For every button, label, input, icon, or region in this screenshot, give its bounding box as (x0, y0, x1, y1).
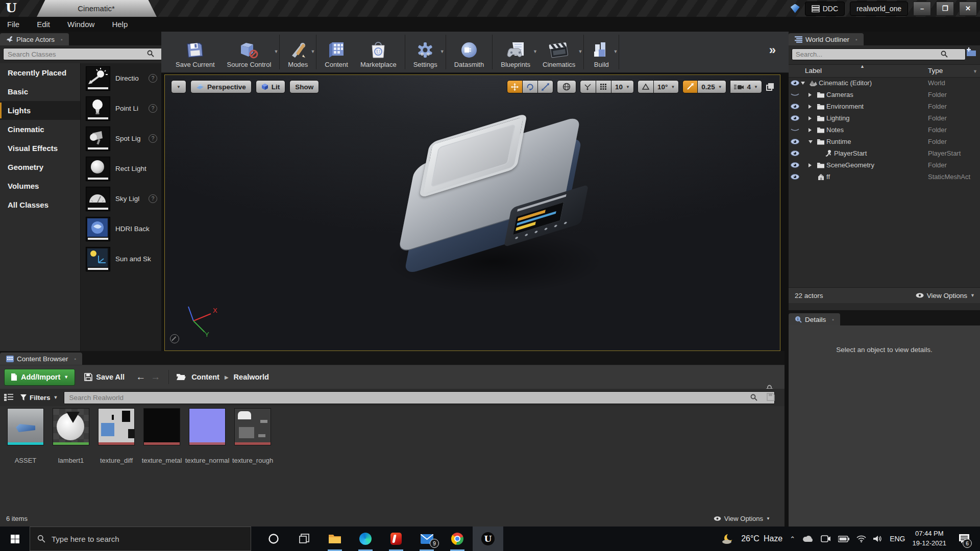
tray-expand-chevron[interactable]: ⌃ (790, 535, 795, 543)
scale-tool-button[interactable] (538, 80, 553, 93)
lit-button[interactable]: Lit (256, 80, 286, 93)
battery-icon[interactable] (838, 536, 849, 542)
chevron-down-icon[interactable]: ▼ (613, 49, 618, 54)
visibility-eye-icon[interactable] (789, 115, 801, 121)
breadcrumb-current[interactable]: Realworld (234, 373, 269, 381)
expander-arrow[interactable] (801, 82, 807, 85)
asset-tile[interactable]: ASSET (8, 408, 43, 464)
placeable-actor-item[interactable]: Sky Ligl ? (81, 184, 161, 214)
category-item[interactable]: Basic (0, 82, 80, 101)
outliner-row[interactable]: Lighting Folder (789, 112, 980, 124)
outliner-row[interactable]: Runtime Folder (789, 136, 980, 147)
toolbar-button[interactable]: U Marketplace ▼ (354, 32, 403, 72)
scale-snap-value-dropdown[interactable]: 0.25▼ (698, 80, 726, 93)
asset-tile[interactable]: lambert1 (53, 408, 89, 464)
chevron-down-icon[interactable]: ▼ (274, 49, 278, 54)
close-button[interactable]: ✕ (959, 2, 977, 16)
help-icon[interactable]: ? (149, 74, 157, 83)
asset-tile[interactable]: texture_metal (144, 408, 180, 464)
perspective-button[interactable]: Perspective (190, 80, 252, 93)
expander-arrow[interactable] (808, 105, 815, 109)
clock-widget[interactable]: 07:44 PM 19-12-2021 (913, 529, 947, 548)
toolbar-button[interactable]: Blueprints ▼ (495, 32, 536, 72)
asset-tile[interactable]: texture_normal (189, 408, 225, 464)
outliner-row[interactable]: PlayerStart PlayerStart (789, 147, 980, 159)
taskbar-search-input[interactable]: Type here to search (30, 527, 251, 551)
surface-snap-button[interactable] (580, 80, 596, 93)
menu-item[interactable]: Edit (37, 20, 50, 29)
compass-icon[interactable] (170, 334, 179, 343)
chevron-down-icon[interactable]: ▼ (578, 49, 582, 54)
toolbar-button[interactable]: Datasmith ▼ (448, 32, 491, 72)
edge-button[interactable] (350, 527, 381, 551)
expander-arrow[interactable] (808, 128, 815, 132)
back-arrow-button[interactable]: ← (136, 371, 145, 383)
type-column-header[interactable]: Type (928, 67, 943, 74)
visibility-eye-icon[interactable] (789, 104, 801, 109)
world-outliner-tab[interactable]: World Outliner▪ (789, 33, 864, 45)
add-import-button[interactable]: Add/Import▼ (4, 369, 75, 386)
toolbar-button[interactable]: Build ▼ (586, 32, 617, 72)
category-item[interactable]: Recently Placed (0, 63, 80, 82)
outliner-row[interactable]: Cameras Folder (789, 89, 980, 101)
toolbar-button[interactable]: Content ▼ (318, 32, 354, 72)
maximize-viewport-icon[interactable] (766, 82, 775, 91)
notification-center-button[interactable]: 6 (953, 527, 975, 551)
sources-panel-icon[interactable] (4, 393, 13, 402)
placeable-actor-item[interactable]: Spot Lig ? (81, 123, 161, 154)
viewport[interactable]: ▼ Perspective Lit Show (164, 74, 780, 351)
toolbar-button[interactable]: Source Control ▼ (221, 32, 278, 72)
help-icon[interactable]: ? (149, 104, 157, 113)
visibility-eye-icon[interactable] (789, 174, 801, 180)
help-icon[interactable]: ? (149, 134, 157, 143)
content-browser-tab[interactable]: Content Browser▪ (0, 353, 82, 365)
show-button[interactable]: Show (289, 80, 319, 93)
category-item[interactable]: Geometry (0, 158, 80, 177)
category-item[interactable]: All Classes (0, 195, 80, 214)
outliner-row[interactable]: SceneGeometry Folder (789, 159, 980, 171)
weather-widget[interactable]: 26°C Haze (722, 533, 782, 544)
visibility-eye-icon[interactable] (789, 162, 801, 168)
3d-scale-device-model[interactable] (369, 106, 614, 310)
category-item[interactable]: Visual Effects (0, 139, 80, 158)
toolbar-button[interactable]: Save Current ▼ (169, 32, 221, 72)
breadcrumb-root[interactable]: Content (191, 373, 219, 381)
save-all-button[interactable]: Save All (84, 373, 125, 381)
world-coordinate-button[interactable] (557, 80, 576, 93)
menu-item[interactable]: Window (67, 20, 94, 29)
placeable-actor-item[interactable]: Sun and Sk ? (81, 244, 161, 274)
column-filter-icon[interactable]: ▼ (973, 69, 977, 74)
angle-snap-value-dropdown[interactable]: 10°▼ (654, 80, 679, 93)
expander-arrow[interactable] (808, 163, 815, 167)
place-actors-tab[interactable]: Place Actors▪ (0, 33, 69, 45)
forward-arrow-button[interactable]: → (151, 371, 160, 383)
asset-tile[interactable]: texture_rough (235, 408, 271, 464)
expander-arrow[interactable] (808, 116, 815, 120)
grid-snap-value-dropdown[interactable]: 10▼ (611, 80, 634, 93)
meet-now-icon[interactable] (821, 535, 831, 543)
move-tool-button[interactable] (507, 80, 523, 93)
details-tab[interactable]: i Details▪ (789, 313, 840, 325)
restore-button[interactable]: ❐ (936, 2, 954, 16)
unreal-engine-button[interactable]: U (473, 527, 503, 551)
label-column-header[interactable]: Label (805, 67, 822, 74)
marketplace-gem-icon[interactable] (791, 4, 800, 13)
onedrive-icon[interactable] (802, 535, 814, 542)
outliner-row[interactable]: Environment Folder (789, 101, 980, 112)
category-item[interactable]: Lights (0, 101, 80, 120)
mail-button[interactable]: 9 (411, 527, 442, 551)
outliner-row[interactable]: ff StaticMeshAct (789, 171, 980, 183)
category-item[interactable]: Volumes (0, 177, 80, 195)
rotate-tool-button[interactable] (523, 80, 538, 93)
expander-arrow[interactable] (808, 93, 815, 97)
save-search-icon[interactable] (767, 393, 775, 401)
new-folder-icon[interactable] (966, 47, 977, 57)
content-search-input[interactable] (64, 391, 775, 404)
visibility-eye-icon[interactable] (789, 151, 801, 156)
visibility-eye-icon[interactable] (789, 139, 801, 144)
content-view-options-button[interactable]: View Options▼ (714, 515, 770, 522)
outliner-column-header[interactable]: Label ▲ Type ▼ (789, 64, 980, 78)
place-actors-search-input[interactable] (3, 48, 167, 60)
outliner-search-input[interactable] (792, 48, 966, 60)
volume-icon[interactable] (873, 535, 883, 542)
